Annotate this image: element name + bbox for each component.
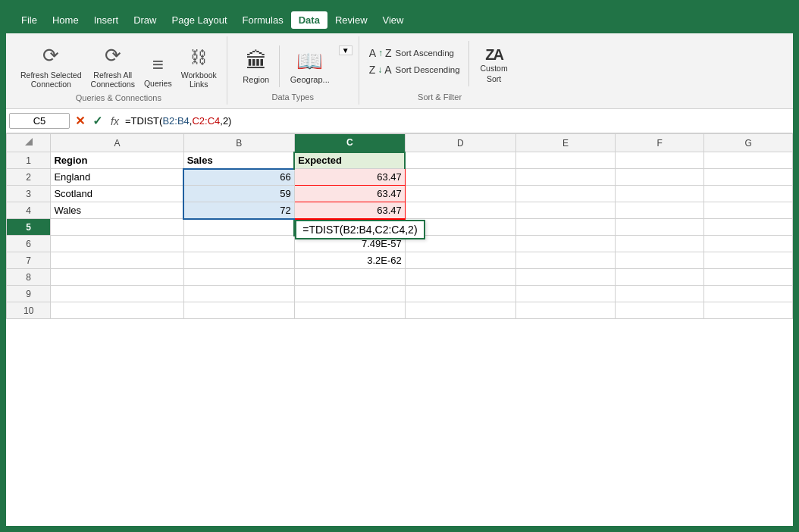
col-header-d[interactable]: D (405, 134, 515, 152)
menu-draw[interactable]: Draw (126, 11, 164, 29)
cell-g6[interactable] (704, 236, 793, 252)
col-header-c[interactable]: C (294, 134, 405, 152)
queries-btn[interactable]: ≡ Queries (140, 50, 176, 92)
refresh-all-btn[interactable]: ⟳ Refresh AllConnections (87, 41, 139, 92)
cell-b10[interactable] (183, 302, 294, 319)
cell-c4[interactable]: 63.47 (294, 202, 405, 219)
cell-g8[interactable] (704, 269, 793, 286)
row-header-3[interactable]: 3 (7, 186, 51, 202)
cell-c1[interactable]: Expected (294, 152, 405, 169)
cell-e1[interactable] (515, 152, 615, 169)
cell-b3[interactable]: 59 (183, 186, 294, 202)
sort-descending-btn[interactable]: Z ↓ A Sort Descending (365, 62, 464, 77)
cell-d1[interactable] (405, 152, 515, 169)
cell-b6[interactable] (183, 236, 294, 252)
cell-c7[interactable]: 3.2E-62 (294, 252, 405, 269)
cell-b7[interactable] (183, 252, 294, 269)
menu-home[interactable]: Home (45, 11, 86, 29)
menu-page-layout[interactable]: Page Layout (164, 11, 235, 29)
menu-review[interactable]: Review (327, 11, 375, 29)
cell-g10[interactable] (704, 302, 793, 319)
cell-e7[interactable] (515, 252, 615, 269)
workbook-links-btn[interactable]: ⛓ WorkbookLinks (177, 45, 221, 92)
custom-sort-btn[interactable]: ZA CustomSort (474, 44, 515, 87)
cell-a2[interactable]: England (51, 169, 183, 186)
geography-btn[interactable]: 📖 Geograp... (281, 45, 339, 87)
cell-a3[interactable]: Scotland (51, 186, 183, 202)
cell-e9[interactable] (515, 286, 615, 302)
cell-b4[interactable]: 72 (183, 202, 294, 219)
cell-e2[interactable] (515, 169, 615, 186)
cell-g3[interactable] (704, 186, 793, 202)
refresh-selected-btn[interactable]: ⟳ Refresh SelectedConnection (17, 41, 86, 92)
cell-a9[interactable] (51, 286, 183, 302)
row-header-6[interactable]: 6 (7, 236, 51, 252)
cell-a5[interactable] (51, 219, 183, 236)
cell-b8[interactable] (183, 269, 294, 286)
cell-d2[interactable] (405, 169, 515, 186)
cell-c2[interactable]: 63.47 (294, 169, 405, 186)
cell-a7[interactable] (51, 252, 183, 269)
cell-c5[interactable]: =TDIST(B2:B4,C2:C4,2) (294, 219, 405, 236)
row-header-10[interactable]: 10 (7, 302, 51, 319)
cell-f6[interactable] (616, 236, 704, 252)
col-header-b[interactable]: B (183, 134, 294, 152)
row-header-8[interactable]: 8 (7, 269, 51, 286)
cell-f9[interactable] (616, 286, 704, 302)
cell-g1[interactable] (704, 152, 793, 169)
cell-g2[interactable] (704, 169, 793, 186)
cell-e8[interactable] (515, 269, 615, 286)
cell-f7[interactable] (616, 252, 704, 269)
cell-e4[interactable] (515, 202, 615, 219)
row-header-7[interactable]: 7 (7, 252, 51, 269)
cell-a6[interactable] (51, 236, 183, 252)
cell-f3[interactable] (616, 186, 704, 202)
cell-f8[interactable] (616, 269, 704, 286)
row-header-2[interactable]: 2 (7, 169, 51, 186)
cell-b1[interactable]: Sales (183, 152, 294, 169)
cell-reference-input[interactable]: C5 (9, 113, 70, 129)
cell-a10[interactable] (51, 302, 183, 319)
cell-g5[interactable] (704, 219, 793, 236)
cell-b5[interactable] (183, 219, 294, 236)
cell-e5[interactable] (515, 219, 615, 236)
sort-ascending-btn[interactable]: A ↑ Z Sort Ascending (365, 45, 464, 61)
stocks-btn[interactable]: 🏛 Region (233, 45, 279, 87)
cell-a1[interactable]: Region (51, 152, 183, 169)
row-header-4[interactable]: 4 (7, 202, 51, 219)
menu-data[interactable]: Data (291, 11, 327, 29)
cell-d10[interactable] (405, 302, 515, 319)
row-header-5[interactable]: 5 (7, 219, 51, 236)
row-header-9[interactable]: 9 (7, 286, 51, 302)
cell-f2[interactable] (616, 169, 704, 186)
row-header-1[interactable]: 1 (7, 152, 51, 169)
cell-d3[interactable] (405, 186, 515, 202)
cancel-btn[interactable]: ✕ (73, 114, 87, 128)
cell-g7[interactable] (704, 252, 793, 269)
cell-c10[interactable] (294, 302, 405, 319)
cell-a8[interactable] (51, 269, 183, 286)
cell-c3[interactable]: 63.47 (294, 186, 405, 202)
cell-f5[interactable] (616, 219, 704, 236)
menu-file[interactable]: File (14, 11, 45, 29)
cell-b2[interactable]: 66 (183, 169, 294, 186)
menu-formulas[interactable]: Formulas (235, 11, 291, 29)
cell-d9[interactable] (405, 286, 515, 302)
col-header-a[interactable]: A (51, 134, 183, 152)
col-header-e[interactable]: E (515, 134, 615, 152)
cell-f1[interactable] (616, 152, 704, 169)
cell-f4[interactable] (616, 202, 704, 219)
col-header-f[interactable]: F (616, 134, 704, 152)
cell-c9[interactable] (294, 286, 405, 302)
cell-g4[interactable] (704, 202, 793, 219)
col-header-g[interactable]: G (704, 134, 793, 152)
cell-d4[interactable] (405, 202, 515, 219)
cell-c8[interactable] (294, 269, 405, 286)
cell-e6[interactable] (515, 236, 615, 252)
cell-f10[interactable] (616, 302, 704, 319)
cell-a4[interactable]: Wales (51, 202, 183, 219)
menu-view[interactable]: View (375, 11, 412, 29)
data-types-dropdown[interactable]: ▼ (339, 45, 352, 55)
menu-insert[interactable]: Insert (86, 11, 127, 29)
cell-g9[interactable] (704, 286, 793, 302)
